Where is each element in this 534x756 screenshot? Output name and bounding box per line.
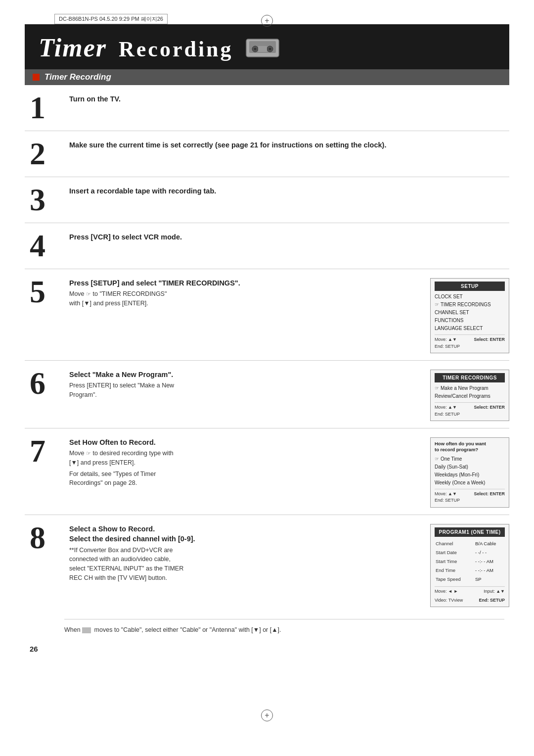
step-8-line-4: REC CH with the [TV VIEW] button. (69, 573, 420, 583)
page-content: DC-B86B1N-PS 04.5.20 9:29 PM 페이지26 Timer… (25, 0, 509, 663)
registration-mark-top (261, 15, 273, 27)
step-8-content: Select a Show to Record. Select the desi… (64, 522, 425, 583)
step-2: 2 Make sure the current time is set corr… (25, 131, 509, 177)
step-6-screen-footer: Move: ▲▼ Select: ENTER (435, 402, 505, 411)
svg-point-5 (254, 47, 256, 50)
step-5-screen-footer: Move: ▲▼ Select: ENTER (435, 334, 505, 343)
section-heading: Timer Recording (25, 69, 509, 85)
step-7-footer-move: Move: ▲▼ (435, 491, 457, 498)
step-7-content: Set How Often to Record. Move ☞ to desir… (64, 435, 425, 488)
step-5-line-1: Move ☞ to "TIMER RECORDINGS" (69, 289, 420, 299)
step-6-item-2: Review/Cancel Programs (435, 392, 505, 400)
step-6-body: Press [ENTER] to select "Make a New Prog… (69, 381, 420, 400)
label-tape-speed: Tape Speed (436, 575, 474, 583)
page-title: Timer Recording (39, 33, 233, 62)
step-7-line-1: Move ☞ to desired recording type with (69, 449, 420, 458)
step-8-line-1: **If Converter Box and DVD+VCR are (69, 546, 420, 555)
header-banner: Timer Recording (25, 24, 509, 69)
value-end-time: - -:- - AM (475, 567, 504, 574)
step-1-text: Turn on the TV. (69, 95, 504, 103)
section-bullet (33, 74, 40, 81)
step-6-screen: TIMER RECORDINGS Make a New Program Revi… (430, 370, 509, 421)
step-5: 5 Press [SETUP] and select "TIMER RECORD… (25, 269, 509, 361)
table-row: End Time - -:- - AM (436, 567, 504, 574)
step-7-line-2: [▼] and press [ENTER]. (69, 458, 420, 468)
step-7-footer-end: End: SETUP (435, 497, 505, 504)
step-6-content: Select "Make a New Program". Press [ENTE… (64, 368, 425, 400)
step-7-number: 7 (25, 435, 64, 467)
step-4-text: Press [VCR] to select VCR mode. (69, 233, 504, 241)
step-7-item-1: One Time (435, 455, 505, 463)
step-6-footer-select: Select: ENTER (474, 404, 505, 411)
step-4-number: 4 (25, 230, 64, 262)
step-7-item-2: Daily (Sun-Sat) (435, 463, 505, 471)
step-5-screen-box: SETUP CLOCK SET TIMER RECORDINGS CHANNEL… (430, 278, 509, 353)
page-number: 26 (25, 635, 509, 663)
step-6-line-1: Press [ENTER] to select "Make a New (69, 381, 420, 390)
step-2-number: 2 (25, 138, 64, 170)
step-4-content: Press [VCR] to select VCR mode. (64, 230, 509, 243)
step-5-footer-end: End: SETUP (435, 343, 505, 350)
step-1: 1 Turn on the TV. (25, 85, 509, 131)
step-5-footer-move: Move: ▲▼ (435, 336, 457, 343)
step-6-footer-move: Move: ▲▼ (435, 404, 457, 411)
label-start-time: Start Time (436, 558, 474, 566)
step-5-title: Press [SETUP] and select "TIMER RECORDIN… (69, 279, 420, 287)
metadata-bar: DC-B86B1N-PS 04.5.20 9:29 PM 페이지26 (54, 14, 168, 24)
step-5-item-1: CLOCK SET (435, 293, 505, 301)
step-7-item-4: Weekly (Once a Week) (435, 479, 505, 487)
cassette-icon (245, 36, 280, 60)
step-7: 7 Set How Often to Record. Move ☞ to des… (25, 428, 509, 515)
cable-icon (82, 627, 91, 633)
step-6-item-1: Make a New Program (435, 384, 505, 392)
step-1-number: 1 (25, 92, 64, 124)
step-5-screen-title: SETUP (435, 282, 505, 291)
step-5-item-5: LANGUAGE SELECT (435, 325, 505, 332)
table-row: Start Date - -/ - - (436, 549, 504, 557)
step-8-screen-title: PROGRAM1 (ONE TIME) (435, 527, 505, 537)
step-8-number: 8 (25, 522, 64, 554)
step-6: 6 Select "Make a New Program". Press [EN… (25, 361, 509, 428)
step-3-number: 3 (25, 184, 64, 216)
step-1-content: Turn on the TV. (64, 92, 509, 105)
section-label: Timer Recording (44, 72, 111, 82)
steps-container: 1 Turn on the TV. 2 Make sure the curren… (25, 85, 509, 614)
step-8-footer-input: Input: ▲▼ (484, 588, 505, 595)
step-2-text: Make sure the current time is set correc… (69, 141, 504, 149)
step-6-footer-end: End: SETUP (435, 411, 505, 418)
step-8-footer-video: Video: TVview (435, 597, 463, 604)
note-text: When moves to "Cable", select either "Ca… (64, 626, 281, 633)
step-8: 8 Select a Show to Record. Select the de… (25, 515, 509, 614)
step-4: 4 Press [VCR] to select VCR mode. (25, 223, 509, 269)
step-5-item-4: FUNCTIONS (435, 317, 505, 325)
step-5-line-2: with [▼] and press [ENTER]. (69, 299, 420, 308)
step-5-screen: SETUP CLOCK SET TIMER RECORDINGS CHANNEL… (430, 278, 509, 353)
step-5-body: Move ☞ to "TIMER RECORDINGS" with [▼] an… (69, 289, 420, 308)
label-channel: Channel (436, 540, 474, 548)
svg-point-6 (268, 47, 271, 50)
step-5-item-2: TIMER RECORDINGS (435, 301, 505, 309)
step-8-footer-row1: Move: ◄ ► Input: ▲▼ (435, 586, 505, 595)
step-8-footer-row2: Video: TVview End: SETUP (435, 597, 505, 604)
table-row: Start Time - -:- - AM (436, 558, 504, 566)
value-start-date: - -/ - - (475, 549, 504, 557)
value-tape-speed: SP (475, 575, 504, 583)
label-end-time: End Time (436, 567, 474, 574)
step-6-screen-box: TIMER RECORDINGS Make a New Program Revi… (430, 370, 509, 421)
step-7-screen-box: How often do you wantto record program? … (430, 437, 509, 508)
step-6-line-2: Program". (69, 390, 420, 400)
step-5-footer-select: Select: ENTER (474, 336, 505, 343)
step-7-screen-question: How often do you wantto record program? (435, 441, 505, 453)
table-row: Channel B/A Cable (436, 540, 504, 548)
svg-rect-4 (258, 46, 267, 52)
step-8-footer-move: Move: ◄ ► (435, 588, 458, 595)
step-5-item-3: CHANNEL SET (435, 309, 505, 317)
label-start-date: Start Date (436, 549, 474, 557)
step-6-screen-title: TIMER RECORDINGS (435, 373, 505, 382)
step-7-screen: How often do you wantto record program? … (430, 437, 509, 508)
value-channel: B/A Cable (475, 540, 504, 548)
step-8-body: **If Converter Box and DVD+VCR are conne… (69, 546, 420, 583)
step-8-title: Select a Show to Record. (69, 525, 420, 533)
step-2-content: Make sure the current time is set correc… (64, 138, 509, 151)
step-8-subtitle: Select the desired channel with [0-9]. (69, 535, 420, 543)
